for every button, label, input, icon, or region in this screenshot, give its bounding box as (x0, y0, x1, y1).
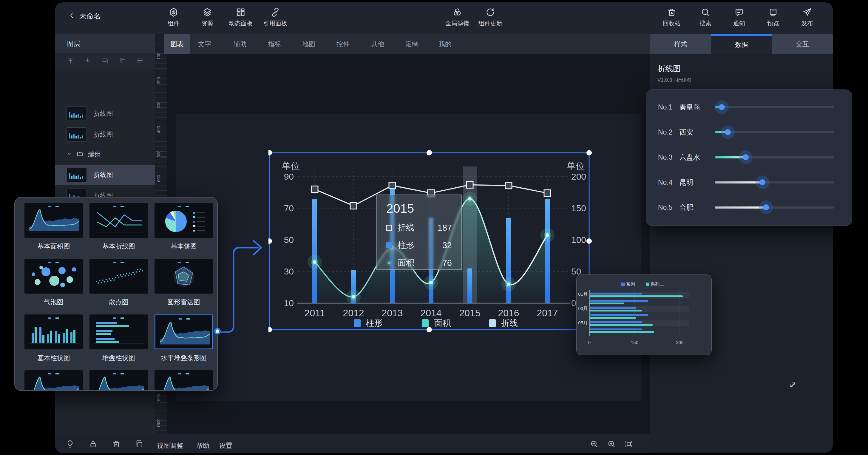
layer-item[interactable]: 折线图 (55, 124, 155, 145)
zoom-out-icon[interactable] (590, 439, 599, 450)
ranking-slider[interactable] (715, 156, 834, 158)
ranking-slider[interactable] (715, 106, 834, 108)
gallery-item[interactable]: 基本面积图 (25, 203, 83, 251)
bottom-link-设置[interactable]: 设置 (219, 441, 232, 450)
bar-series-bar[interactable] (467, 268, 472, 303)
gallery-item[interactable] (155, 370, 213, 391)
toolbar-search[interactable]: 搜索 (700, 7, 711, 27)
toolbar-refresh[interactable]: 组件更新 (478, 7, 502, 27)
selection-handle[interactable] (586, 150, 592, 155)
gallery-item[interactable]: 圆形雷达图 (155, 259, 213, 307)
gallery-item[interactable]: 基本折线图 (90, 203, 148, 251)
layer-item[interactable]: 折线图 (55, 103, 155, 124)
line-series-marker[interactable] (389, 182, 396, 189)
mini-legend-swatch[interactable] (621, 282, 625, 286)
slider-thumb[interactable] (719, 104, 725, 110)
back-button[interactable]: 未命名 (68, 11, 101, 21)
legend-swatch[interactable] (489, 319, 496, 327)
tab-地图[interactable]: 地图 (296, 34, 322, 54)
ranking-slider[interactable] (715, 131, 834, 133)
mini-bar-chart-panel[interactable]: 系列一系列二01月03月05月0150300 (576, 274, 712, 355)
copy-icon[interactable] (135, 439, 144, 450)
chevron-down-icon[interactable] (66, 150, 72, 159)
gallery-item[interactable]: 堆叠柱状图 (90, 314, 148, 363)
tab-图表[interactable]: 图表 (164, 34, 190, 54)
tab-其他[interactable]: 其他 (365, 34, 391, 54)
toolbar-preview[interactable]: 预览 (767, 7, 779, 27)
move-to-bottom-icon[interactable] (84, 57, 92, 66)
layer-thumbnail (66, 127, 87, 142)
x-axis-label: 2014 (420, 308, 441, 318)
line-series-marker[interactable] (544, 190, 551, 196)
dashboard-icon (236, 7, 246, 17)
layer-list-icon[interactable] (136, 57, 144, 66)
tab-交互[interactable]: 交互 (772, 34, 833, 54)
gallery-item[interactable]: 基本饼图 (155, 203, 213, 251)
line-series-marker[interactable] (466, 182, 473, 188)
gallery-item[interactable]: 基本柱状图 (25, 314, 83, 363)
selection-handle[interactable] (427, 150, 432, 155)
tab-数据[interactable]: 数据 (711, 34, 772, 54)
gallery-item[interactable]: 散点图 (90, 259, 148, 307)
toolbar-layers[interactable]: 资源 (202, 7, 213, 27)
zoom-in-icon[interactable] (607, 439, 616, 450)
mini-legend-swatch[interactable] (646, 282, 649, 286)
layer-item-selected[interactable]: 折线图 (55, 165, 155, 185)
ranking-slider[interactable] (715, 207, 834, 209)
tab-样式[interactable]: 样式 (650, 34, 711, 54)
tab-我的[interactable]: 我的 (432, 34, 458, 54)
legend-swatch[interactable] (354, 319, 361, 327)
toolbar-notification[interactable]: 通知 (733, 7, 745, 27)
gallery-item-selected[interactable]: 水平堆叠条形图 (155, 314, 213, 363)
toolbar-publish[interactable]: 发布 (801, 7, 813, 27)
bar-series-bar[interactable] (545, 199, 550, 303)
toolbar-link[interactable]: 引用面板 (264, 7, 287, 27)
area-series-marker[interactable] (546, 233, 549, 237)
area-series-marker[interactable] (507, 282, 510, 286)
lock-icon[interactable] (89, 439, 97, 450)
bar-series-bar[interactable] (312, 199, 317, 303)
area-series-marker[interactable] (352, 295, 355, 299)
legend-swatch[interactable] (422, 319, 429, 327)
slider-thumb[interactable] (743, 154, 749, 160)
x-axis-label: 2013 (381, 308, 403, 318)
gallery-item[interactable] (90, 370, 148, 391)
tab-辅助[interactable]: 辅助 (227, 34, 253, 54)
gallery-item[interactable]: 气泡图 (25, 259, 83, 307)
send-backward-icon[interactable] (119, 57, 126, 66)
area-series-marker[interactable] (468, 197, 472, 201)
bring-forward-icon[interactable] (101, 57, 109, 66)
line-series-marker[interactable] (311, 186, 318, 192)
selection-handle[interactable] (427, 327, 432, 332)
move-to-top-icon[interactable] (66, 57, 74, 66)
slider-thumb[interactable] (760, 179, 765, 185)
selection-handle[interactable] (586, 238, 592, 244)
bulb-icon[interactable] (66, 439, 74, 450)
bottom-link-帮助[interactable]: 帮助 (196, 441, 209, 450)
layer-group-row[interactable]: 编组 (55, 146, 155, 163)
gallery-item[interactable] (25, 370, 83, 391)
mini-legend-label: 系列二 (651, 282, 664, 287)
toolbar-dashboard[interactable]: 动态面板 (229, 7, 253, 27)
fit-screen-icon[interactable] (624, 439, 633, 450)
right-panel-tabs: 样式数据交互 (650, 34, 833, 54)
tab-指标[interactable]: 指标 (261, 34, 287, 54)
area-series-marker[interactable] (313, 260, 316, 264)
trash-icon[interactable] (112, 439, 121, 450)
bottom-link-视图调整[interactable]: 视图调整 (157, 441, 183, 450)
tab-文字[interactable]: 文字 (191, 34, 218, 54)
mini-category-label: 01月 (578, 292, 588, 297)
tab-控件[interactable]: 控件 (330, 34, 356, 54)
toolbar-filter-circles[interactable]: 全局滤镜 (445, 7, 469, 27)
tab-定制[interactable]: 定制 (399, 34, 425, 54)
selection-handle[interactable] (269, 150, 272, 155)
toolbar-hexagon[interactable]: 组件 (167, 7, 180, 27)
line-series-marker[interactable] (505, 182, 512, 189)
table-resize-icon[interactable] (787, 380, 798, 391)
area-series-marker[interactable] (429, 281, 433, 284)
slider-thumb[interactable] (763, 204, 769, 210)
slider-thumb[interactable] (725, 129, 731, 135)
toolbar-trash[interactable]: 回收站 (663, 7, 681, 27)
ranking-slider[interactable] (715, 181, 834, 183)
line-series-marker[interactable] (350, 203, 357, 209)
